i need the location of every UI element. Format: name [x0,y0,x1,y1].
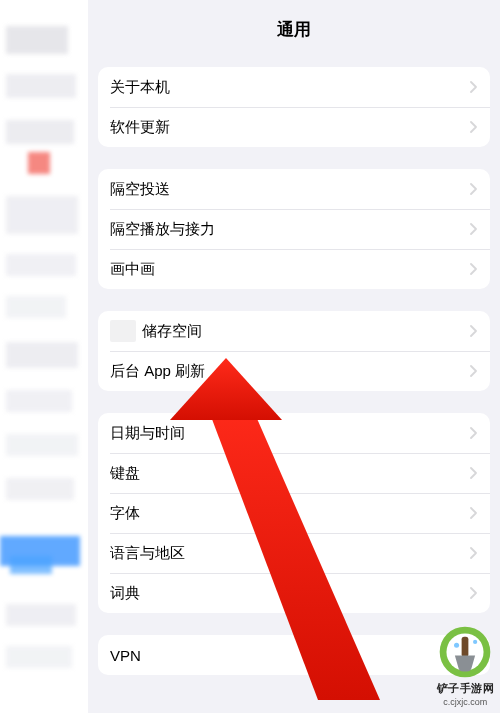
group-about: 关于本机 软件更新 [98,67,490,147]
row-label: 键盘 [110,464,470,483]
row-label: 关于本机 [110,78,470,97]
row-label: VPN [110,647,470,664]
settings-groups: 关于本机 软件更新 隔空投送 隔空播放与接力 画中画 [88,59,500,675]
chevron-right-icon [470,325,478,337]
group-airplay: 隔空投送 隔空播放与接力 画中画 [98,169,490,289]
group-storage: 储存空间 后台 App 刷新 [98,311,490,391]
settings-sidebar[interactable] [0,0,88,713]
general-settings-pane: 通用 关于本机 软件更新 隔空投送 隔空播放与接力 [88,0,500,713]
row-picture-in-picture[interactable]: 画中画 [98,249,490,289]
row-fonts[interactable]: 字体 [98,493,490,533]
row-about-device[interactable]: 关于本机 [98,67,490,107]
row-label: 画中画 [110,260,470,279]
chevron-right-icon [470,81,478,93]
page-title: 通用 [88,18,500,59]
row-storage[interactable]: 储存空间 [98,311,490,351]
chevron-right-icon [470,467,478,479]
row-label: 语言与地区 [110,544,470,563]
row-label: 隔空播放与接力 [110,220,470,239]
row-airdrop[interactable]: 隔空投送 [98,169,490,209]
chevron-right-icon [470,649,478,661]
row-label: 隔空投送 [110,180,470,199]
row-airplay-handoff[interactable]: 隔空播放与接力 [98,209,490,249]
chevron-right-icon [470,587,478,599]
chevron-right-icon [470,507,478,519]
row-dictionary[interactable]: 词典 [98,573,490,613]
row-label: 字体 [110,504,470,523]
chevron-right-icon [470,547,478,559]
row-date-time[interactable]: 日期与时间 [98,413,490,453]
chevron-right-icon [470,427,478,439]
obscured-prefix [110,320,136,342]
chevron-right-icon [470,223,478,235]
row-vpn[interactable]: VPN [98,635,490,675]
row-keyboard[interactable]: 键盘 [98,453,490,493]
chevron-right-icon [470,121,478,133]
row-language-region[interactable]: 语言与地区 [98,533,490,573]
row-label: 后台 App 刷新 [110,362,470,381]
row-label: 储存空间 [142,322,470,341]
row-label: 软件更新 [110,118,470,137]
row-software-update[interactable]: 软件更新 [98,107,490,147]
chevron-right-icon [470,263,478,275]
group-system: 日期与时间 键盘 字体 语言与地区 词典 [98,413,490,613]
row-background-app-refresh[interactable]: 后台 App 刷新 [98,351,490,391]
row-label: 词典 [110,584,470,603]
chevron-right-icon [470,183,478,195]
row-label: 日期与时间 [110,424,470,443]
group-vpn: VPN [98,635,490,675]
chevron-right-icon [470,365,478,377]
